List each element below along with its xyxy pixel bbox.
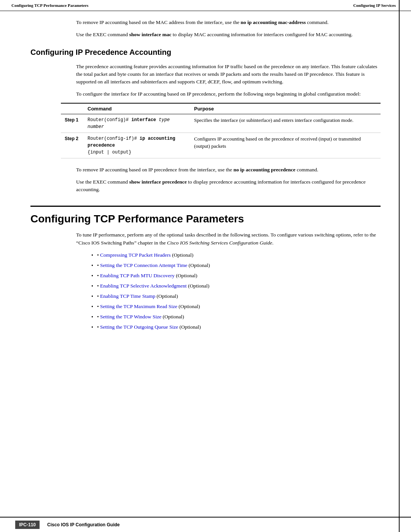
page-number: IPC-110 [15,521,40,529]
bullet-list: • Compressing TCP Packet Headers (Option… [91,251,381,331]
section2-intro: To tune IP performance, perform any of t… [76,231,381,247]
page-container: Configuring TCP Performance Parameters C… [0,0,411,532]
steps-table-wrapper: Command Purpose Step 1 Router(config)# i… [61,103,381,158]
table-row: Step 2 Router(config-if)# ip accounting … [61,133,381,158]
header-right: Configuring IP Services [353,3,396,8]
step1-label: Step 1 [61,114,84,133]
step2-label: Step 2 [61,133,84,158]
bullet-link-1[interactable]: Compressing TCP Packet Headers [100,252,171,258]
step1-command: Router(config)# interface type number [84,114,190,133]
col-header-command: Command [84,103,190,114]
list-item: • Setting the TCP Window Size (Optional) [91,313,381,321]
bullet-dot: • [97,282,100,290]
content-area: To remove IP accounting based on the MAC… [0,11,411,364]
col-header-empty [61,103,84,114]
bullet-dot: • [97,323,100,331]
list-item: • Enabling TCP Path MTU Discovery (Optio… [91,272,381,280]
bullet-link-2[interactable]: Setting the TCP Connection Attempt Time [100,262,187,268]
list-item: • Compressing TCP Packet Headers (Option… [91,251,381,259]
table-row: Step 1 Router(config)# interface type nu… [61,114,381,133]
list-item: • Setting the TCP Outgoing Queue Size (O… [91,323,381,331]
bullet-dot: • [97,272,100,280]
step2-purpose: Configures IP accounting based on the pr… [190,133,381,158]
intro-para-2: Use the EXEC command show interface mac … [76,31,381,38]
list-item: • Setting the TCP Maximum Read Size (Opt… [91,303,381,311]
section2-heading: Configuring TCP Performance Parameters [30,206,381,225]
section1-para1: The precedence accounting feature provid… [76,63,381,86]
list-item: • Enabling TCP Time Stamp (Optional) [91,292,381,300]
bullet-dot: • [97,262,100,269]
list-item: • Enabling TCP Selective Acknowledgment … [91,282,381,290]
vertical-bar [399,0,400,532]
bullet-dot: • [97,292,100,300]
header-bar: Configuring TCP Performance Parameters C… [0,0,411,11]
intro-para-1: To remove IP accounting based on the MAC… [76,19,381,26]
footer-title: Cisco IOS IP Configuration Guide [47,522,119,527]
bullet-link-8[interactable]: Setting the TCP Outgoing Queue Size [100,324,178,330]
bullet-dot: • [97,303,100,310]
step2-command: Router(config-if)# ip accounting precede… [84,133,190,158]
bullet-dot: • [97,251,100,259]
list-item: • Setting the TCP Connection Attempt Tim… [91,262,381,270]
section1-heading: Configuring IP Precedence Accounting [30,48,381,57]
footer: IPC-110 Cisco IOS IP Configuration Guide [0,517,411,532]
steps-table: Command Purpose Step 1 Router(config)# i… [61,103,381,158]
bullet-link-5[interactable]: Enabling TCP Time Stamp [100,293,155,299]
after-para1: To remove IP accounting based on IP prec… [76,166,381,174]
step1-purpose: Specifies the interface (or subinterface… [190,114,381,133]
col-header-purpose: Purpose [190,103,381,114]
bullet-link-7[interactable]: Setting the TCP Window Size [100,314,161,320]
bullet-link-6[interactable]: Setting the TCP Maximum Read Size [100,304,177,309]
bullet-link-4[interactable]: Enabling TCP Selective Acknowledgment [100,283,187,289]
after-para2: Use the EXEC command show interface prec… [76,178,381,194]
header-left: Configuring TCP Performance Parameters [11,3,88,8]
bullet-dot: • [97,313,100,321]
section1-para2: To configure the interface for IP accoun… [76,90,381,98]
bullet-link-3[interactable]: Enabling TCP Path MTU Discovery [100,273,175,278]
